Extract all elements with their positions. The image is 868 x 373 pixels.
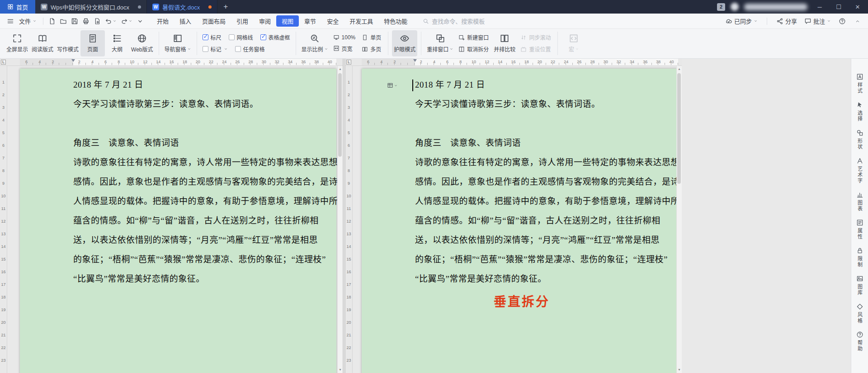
- file-menu-button[interactable]: 文件: [19, 17, 37, 25]
- scroll-up-arrow[interactable]: [338, 66, 343, 72]
- quick-tool-button[interactable]: [104, 16, 118, 26]
- text-line[interactable]: 蕴含的情感。如“柳”与“留”谐音，古人在送别之时，往往折柳相: [73, 211, 336, 230]
- ruler-checkbox[interactable]: 标尺: [203, 33, 222, 41]
- page-width-button[interactable]: 页宽: [332, 44, 357, 53]
- reset-position-button[interactable]: 重设位置: [519, 45, 552, 53]
- new-tab-button[interactable]: +: [217, 0, 234, 14]
- side-by-side-button[interactable]: 并排比较: [492, 30, 517, 56]
- close-button[interactable]: ✕: [851, 4, 864, 10]
- document-page[interactable]: 2018 年 7 月 21 日今天学习读懂诗歌第三步：读意象、表情词语。角度三 …: [362, 69, 678, 373]
- scroll-up-arrow[interactable]: [677, 66, 682, 72]
- sidebar-tool[interactable]: 图库: [851, 271, 868, 299]
- vertical-scrollbar[interactable]: [337, 66, 343, 373]
- sidebar-tool[interactable]: 风格: [851, 299, 868, 327]
- share-button[interactable]: 分享: [774, 16, 799, 26]
- text-line[interactable]: 今天学习读懂诗歌第三步：读意象、表情词语。: [415, 94, 678, 114]
- ribbon-tab[interactable]: 章节: [299, 15, 321, 27]
- vertical-ruler[interactable]: 1234567891011121314151617181920212223: [0, 66, 7, 373]
- cancel-split-button[interactable]: 取消拆分: [457, 45, 490, 53]
- text-line[interactable]: [415, 114, 678, 133]
- ribbon-tab[interactable]: 开始: [151, 15, 174, 27]
- quick-tool-button[interactable]: [58, 16, 68, 26]
- vertical-scrollbar[interactable]: [676, 66, 682, 373]
- tab-status-dot[interactable]: [208, 5, 212, 9]
- ribbon-tab[interactable]: 插入: [174, 15, 197, 27]
- table-gridlines-checkbox[interactable]: 表格虚框: [260, 33, 290, 41]
- notification-badge[interactable]: 2: [717, 3, 725, 11]
- main-menu-icon[interactable]: [5, 16, 16, 27]
- quick-tool-button[interactable]: [92, 16, 102, 26]
- text-line[interactable]: 角度三 读意象、表情词语: [73, 133, 336, 153]
- text-line[interactable]: 送，以表达依依惜别的深情等；“月亮”“鸿雁”“红豆”常常是相思: [73, 230, 336, 250]
- text-line[interactable]: [73, 114, 336, 133]
- quick-tool-button[interactable]: [119, 16, 134, 26]
- document-tab[interactable]: W 暑假语文.docx: [147, 0, 217, 14]
- read-layout-button[interactable]: 阅读版式: [30, 30, 55, 56]
- document-page[interactable]: 2018 年 7 月 21 日今天学习读懂诗歌第三步：读意象、表情词语。角度三 …: [20, 69, 336, 373]
- tab-status-dot[interactable]: [138, 5, 141, 9]
- text-line[interactable]: 2018 年 7 月 21 日: [73, 75, 336, 94]
- horizontal-ruler[interactable]: L 64224681012141618202224262830323436384…: [0, 59, 343, 66]
- text-line[interactable]: 感情。因此，意象也是作者的主观感情与客观物象的完美结合，是诗: [73, 172, 336, 191]
- task-pane-checkbox[interactable]: 任务窗格: [235, 45, 265, 53]
- text-line[interactable]: 的象征；“梧桐”“芭蕉”“猿猴”常常是凄凉、悲伤的象征；“连理枝”: [73, 250, 336, 269]
- quick-tool-button[interactable]: [135, 16, 145, 26]
- home-tab-button[interactable]: 首页: [0, 0, 35, 14]
- vertical-ruler[interactable]: 1234567891011121314151617181920212223: [345, 66, 353, 373]
- tab-stop-marker[interactable]: L: [1, 60, 6, 65]
- ribbon-tab[interactable]: 视图: [276, 15, 299, 27]
- single-page-button[interactable]: 单页: [360, 33, 382, 42]
- eye-protection-button[interactable]: 护眼模式: [392, 30, 417, 56]
- command-search[interactable]: 查找命令、搜索模板: [423, 17, 485, 25]
- page-layout-button[interactable]: 页面: [80, 30, 105, 56]
- new-window-button[interactable]: 新建窗口: [457, 33, 490, 42]
- scroll-down-arrow[interactable]: [677, 367, 682, 373]
- text-line[interactable]: 角度三 读意象、表情词语: [415, 133, 678, 153]
- indent-marker[interactable]: [413, 59, 417, 62]
- sidebar-tool[interactable]: 限制: [851, 243, 868, 271]
- web-layout-button[interactable]: Web版式: [129, 30, 155, 56]
- quick-tool-button[interactable]: [81, 16, 91, 26]
- navigation-pane-button[interactable]: 导航窗格: [163, 30, 193, 56]
- maximize-button[interactable]: ☐: [832, 4, 845, 10]
- rearrange-windows-button[interactable]: 重排窗口: [425, 30, 455, 56]
- indent-marker[interactable]: [71, 59, 75, 62]
- minimize-button[interactable]: ─: [813, 4, 826, 10]
- text-line[interactable]: 诗歌的意象往往有特定的寓意，诗人常用一些特定的事物来表达思想: [415, 153, 678, 172]
- text-line[interactable]: 感情。因此，意象也是作者的主观感情与客观物象的完美结合，是诗: [415, 172, 678, 191]
- text-line[interactable]: “比翼鸟”常常是美好恋情的象征。: [415, 269, 678, 289]
- tab-stop-marker[interactable]: L: [346, 60, 351, 65]
- ribbon-tab[interactable]: 特色功能: [378, 15, 413, 27]
- markup-checkbox[interactable]: 标记: [203, 45, 228, 53]
- text-line[interactable]: 人情感显现的载体。把握诗中的意象，有助于参悟意境，理解诗中所: [73, 191, 336, 211]
- ribbon-tab[interactable]: 页面布局: [197, 15, 231, 27]
- sidebar-tool[interactable]: 样式: [851, 70, 868, 98]
- ribbon-tab[interactable]: 引用: [231, 15, 254, 27]
- writing-mode-button[interactable]: 写作模式: [55, 30, 80, 56]
- zoom-scale-button[interactable]: 显示比例: [300, 30, 330, 56]
- horizontal-ruler[interactable]: L 64224681012141618202224262830323436384…: [345, 59, 682, 66]
- outline-button[interactable]: 大纲: [105, 30, 129, 56]
- macro-button[interactable]: 宏: [561, 30, 586, 56]
- text-line[interactable]: 今天学习读懂诗歌第三步：读意象、表情词语。: [73, 94, 336, 114]
- scroll-down-arrow[interactable]: [338, 367, 343, 373]
- comment-button[interactable]: 批注: [802, 16, 833, 26]
- gridlines-checkbox[interactable]: 网格线: [229, 33, 253, 41]
- scrollbar-thumb[interactable]: [677, 73, 681, 184]
- page-settings-quick-icon[interactable]: [387, 82, 398, 89]
- text-line[interactable]: 蕴含的情感。如“柳”与“留”谐音，古人在送别之时，往往折柳相: [415, 211, 678, 230]
- ribbon-tab[interactable]: 审阅: [254, 15, 276, 27]
- quick-tool-button[interactable]: [70, 16, 80, 26]
- help-button[interactable]: [836, 16, 848, 27]
- sidebar-tool[interactable]: 选择: [851, 98, 868, 126]
- text-line[interactable]: 诗歌的意象往往有特定的寓意，诗人常用一些特定的事物来表达思想: [73, 153, 336, 172]
- multi-page-button[interactable]: 多页: [360, 45, 382, 53]
- ribbon-tab[interactable]: 开发工具: [344, 15, 378, 27]
- sidebar-tool[interactable]: 帮助: [851, 327, 868, 355]
- text-line[interactable]: 的象征；“梧桐”“芭蕉”“猿猴”常常是凄凉、悲伤的象征；“连理枝”: [415, 250, 678, 269]
- sidebar-tool[interactable]: 属性: [851, 215, 868, 243]
- sync-scroll-button[interactable]: 同步滚动: [519, 33, 552, 42]
- sidebar-tool[interactable]: 形状: [851, 126, 868, 154]
- quick-tool-button[interactable]: [47, 16, 57, 26]
- text-line[interactable]: 送，以表达依依惜别的深情等；“月亮”“鸿雁”“红豆”常常是相思: [415, 230, 678, 250]
